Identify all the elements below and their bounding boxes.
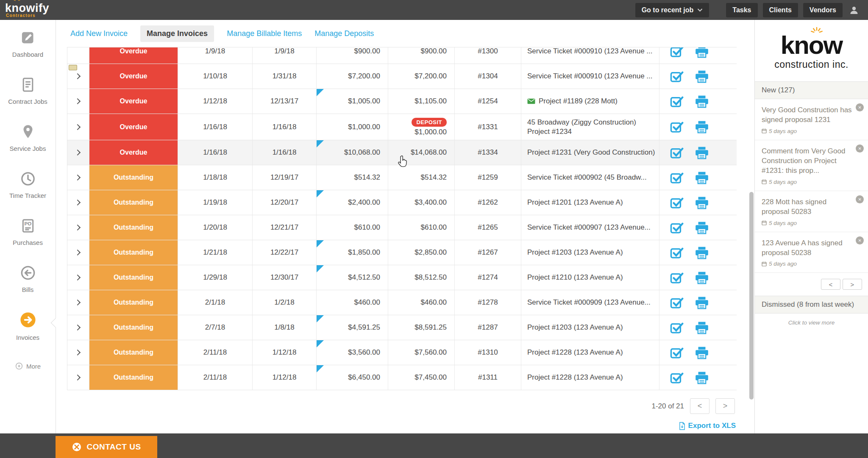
total-cell: DEPOSIT $1,000.00 (388, 114, 455, 140)
invoice-row[interactable]: Overdue 1/12/18 12/13/17 $1,005.00 $1,10… (67, 89, 737, 114)
notification-close-icon[interactable] (856, 236, 864, 244)
total-cell: $8,512.50 (388, 265, 455, 290)
mark-paid-button[interactable] (670, 296, 684, 310)
tab-add-new-invoice[interactable]: Add New Invoice (70, 29, 128, 38)
pagination-prev-button[interactable]: < (690, 398, 709, 414)
print-button[interactable] (695, 196, 709, 209)
contact-us-button[interactable]: CONTACT US (56, 436, 157, 458)
sidebar-item-dashboard[interactable]: Dashboard (0, 20, 56, 67)
tab-manage-deposits[interactable]: Manage Deposits (314, 29, 374, 38)
row-expand-button[interactable] (67, 315, 89, 340)
notification-item[interactable]: 123 Avenue A has signed proposal 50238 5… (755, 232, 868, 273)
invoice-row[interactable]: Overdue 1/9/18 1/9/18 $900.00 $900.00 #1… (67, 47, 737, 64)
due-date-cell: 1/12/18 (253, 340, 317, 365)
sidebar-item-service-jobs[interactable]: Service Jobs (0, 114, 56, 161)
notification-close-icon[interactable] (856, 144, 864, 153)
print-button[interactable] (695, 321, 709, 334)
row-expand-button[interactable] (67, 140, 89, 165)
mark-paid-button[interactable] (670, 120, 684, 134)
print-button[interactable] (695, 346, 709, 359)
vertical-scrollbar-thumb[interactable] (749, 192, 754, 400)
tab-manage-invoices[interactable]: Manage Invoices (140, 25, 214, 42)
notification-item[interactable]: 228 Mott has signed proposal 50283 5 day… (755, 191, 868, 232)
invoice-row[interactable]: Outstanding 1/21/18 12/22/17 $1,850.00 $… (67, 240, 737, 265)
notifications-new-header[interactable]: New (127) (755, 81, 868, 99)
invoice-row[interactable]: Outstanding 2/11/18 1/12/18 $3,560.00 $7… (67, 340, 737, 365)
invoice-row[interactable]: Outstanding 2/1/18 1/2/18 $460.00 $460.0… (67, 290, 737, 315)
notification-item[interactable]: Very Good Construction has signed propos… (755, 99, 868, 140)
sidebar-item-time-tracker[interactable]: Time Tracker (0, 161, 56, 208)
invoice-row[interactable]: Outstanding 1/19/18 12/20/17 $2,400.00 $… (67, 190, 737, 215)
print-button[interactable] (695, 146, 709, 159)
total-cell: $7,450.00 (388, 365, 455, 390)
notifications-next-button[interactable]: > (843, 279, 862, 290)
sidebar-item-more[interactable]: More (0, 349, 56, 383)
mark-paid-button[interactable] (670, 69, 684, 83)
mark-paid-button[interactable] (670, 196, 684, 210)
mark-paid-button[interactable] (670, 221, 684, 235)
user-menu-button[interactable] (848, 4, 860, 17)
invoice-row[interactable]: Outstanding 2/11/18 1/12/18 $6,450.00 $7… (67, 365, 737, 390)
invoice-row[interactable]: Outstanding 1/18/18 12/19/17 $514.32 $51… (67, 165, 737, 190)
invoice-row[interactable]: Outstanding 2/7/18 1/8/18 $4,591.25 $8,5… (67, 315, 737, 340)
row-expand-button[interactable] (67, 340, 89, 365)
print-button[interactable] (695, 47, 709, 58)
mark-paid-button[interactable] (670, 246, 684, 260)
pagination-next-button[interactable]: > (715, 398, 735, 414)
print-button[interactable] (695, 120, 709, 133)
notification-close-icon[interactable] (856, 103, 864, 111)
row-expand-button[interactable] (67, 165, 89, 190)
sidebar-item-contract-jobs[interactable]: Contract Jobs (0, 67, 56, 114)
mark-paid-button[interactable] (670, 146, 684, 160)
notifications-dismissed-header[interactable]: Dismissed (8 from last week) (755, 296, 868, 314)
print-button[interactable] (695, 296, 709, 309)
notifications-prev-button[interactable]: < (821, 279, 840, 290)
row-expand-button[interactable] (67, 365, 89, 390)
go-to-recent-job-button[interactable]: Go to recent job (635, 3, 709, 17)
balance-amount: $1,850.00 (348, 248, 380, 257)
invoice-row[interactable]: Overdue 1/16/18 1/16/18 $1,000.00 DEPOSI… (67, 114, 737, 140)
mark-paid-button[interactable] (670, 47, 684, 58)
row-expand-button[interactable] (67, 190, 89, 215)
mark-paid-button[interactable] (670, 346, 684, 360)
row-expand-button[interactable] (67, 114, 89, 140)
notification-close-icon[interactable] (856, 195, 864, 203)
notification-item[interactable]: Comment from Very Good Construction on P… (755, 140, 868, 191)
print-button[interactable] (695, 171, 709, 184)
invoice-row[interactable]: Overdue 1/16/18 1/16/18 $10,068.00 $14,0… (67, 140, 737, 165)
invoice-row[interactable]: Overdue 1/10/18 1/31/18 $7,200.00 $7,200… (67, 64, 737, 89)
mark-paid-button[interactable] (670, 371, 684, 385)
row-expand-button[interactable] (67, 240, 89, 265)
invoice-number: #1265 (478, 223, 498, 232)
print-button[interactable] (695, 246, 709, 259)
row-expand-button[interactable] (67, 215, 89, 240)
row-expand-button[interactable] (67, 265, 89, 290)
print-button[interactable] (695, 221, 709, 234)
print-button[interactable] (695, 271, 709, 284)
row-expand-button[interactable] (67, 64, 89, 89)
clients-button[interactable]: Clients (763, 3, 798, 17)
row-expand-button[interactable] (67, 47, 89, 64)
sidebar-item-purchases[interactable]: PO Purchases (0, 208, 56, 255)
sidebar-item-invoices[interactable]: Invoices (0, 302, 56, 349)
row-expand-button[interactable] (67, 290, 89, 315)
mark-paid-button[interactable] (670, 321, 684, 335)
row-actions (659, 140, 737, 165)
export-to-xls-button[interactable]: Export to XLS (679, 422, 736, 430)
view-more-link[interactable]: Click to view more (755, 314, 868, 332)
mark-paid-button[interactable] (670, 171, 684, 185)
invoice-row[interactable]: Outstanding 1/29/18 12/30/17 $4,512.50 $… (67, 265, 737, 290)
tab-manage-billable-items[interactable]: Manage Billable Items (227, 29, 302, 38)
print-button[interactable] (695, 70, 709, 83)
invoice-date-cell: 1/19/18 (178, 190, 253, 215)
tasks-button[interactable]: Tasks (726, 3, 757, 17)
sidebar-item-bills[interactable]: Bills (0, 255, 56, 302)
print-button[interactable] (695, 371, 709, 384)
print-button[interactable] (695, 95, 709, 108)
invoice-row[interactable]: Outstanding 1/20/18 12/21/17 $610.00 $61… (67, 215, 737, 240)
notification-text: 123 Avenue A has signed proposal 50238 (762, 239, 852, 258)
mark-paid-button[interactable] (670, 271, 684, 285)
row-expand-button[interactable] (67, 89, 89, 114)
vendors-button[interactable]: Vendors (803, 3, 843, 17)
mark-paid-button[interactable] (670, 94, 684, 108)
